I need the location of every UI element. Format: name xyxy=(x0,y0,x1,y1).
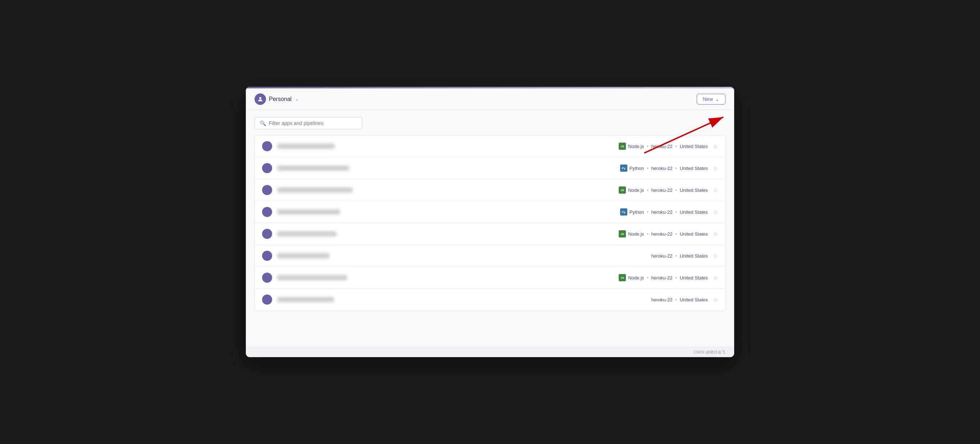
header-left: Personal ⌄ xyxy=(255,94,299,105)
app-name xyxy=(277,209,340,214)
app-meta: heroku-22 • United States ☆ xyxy=(651,297,718,303)
search-icon: 🔍 xyxy=(260,121,266,126)
stack-label: heroku-22 xyxy=(651,275,673,281)
app-status-dot xyxy=(262,229,272,239)
new-button[interactable]: New ⌄ xyxy=(697,94,725,105)
app-meta: JS Node.js • heroku-22 • United States ☆ xyxy=(619,230,718,238)
app-meta: JS Node.js • heroku-22 • United States ☆ xyxy=(619,274,718,281)
app-status-dot xyxy=(262,295,272,304)
new-button-label: New xyxy=(703,96,713,102)
nodejs-icon: JS xyxy=(619,143,626,150)
stack-label: heroku-22 xyxy=(651,166,673,171)
favorite-star-icon[interactable]: ☆ xyxy=(713,231,718,238)
new-button-chevron-icon: ⌄ xyxy=(715,96,719,102)
app-meta: heroku-22 • United States ☆ xyxy=(651,252,718,259)
favorite-star-icon[interactable]: ☆ xyxy=(713,209,718,216)
region-label: United States xyxy=(680,275,708,281)
avatar xyxy=(255,94,266,105)
app-name xyxy=(277,166,349,171)
stack-label: heroku-22 xyxy=(651,144,673,149)
table-row: heroku-22 • United States ☆ xyxy=(255,245,725,267)
table-row: JS Node.js • heroku-22 • United States ☆ xyxy=(255,267,725,289)
app-name xyxy=(277,232,336,236)
app-left xyxy=(262,295,334,304)
app-left xyxy=(262,163,349,173)
tech-label: Node.js xyxy=(628,275,644,281)
footer: CSDN @晓仔会飞 xyxy=(246,347,734,357)
stack-label: heroku-22 xyxy=(651,253,673,258)
app-name xyxy=(277,144,335,149)
stack-label: heroku-22 xyxy=(651,232,673,237)
favorite-star-icon[interactable]: ☆ xyxy=(713,143,718,150)
tech-label: Node.js xyxy=(628,144,644,149)
favorite-star-icon[interactable]: ☆ xyxy=(713,274,718,281)
tech-label: Python xyxy=(630,209,644,215)
app-left xyxy=(262,251,329,261)
favorite-star-icon[interactable]: ☆ xyxy=(713,252,718,259)
tech-label: Node.js xyxy=(628,232,644,237)
app-status-dot xyxy=(262,163,272,173)
app-status-dot xyxy=(262,273,272,283)
region-label: United States xyxy=(680,209,708,215)
app-name xyxy=(277,275,347,280)
favorite-star-icon[interactable]: ☆ xyxy=(713,187,718,193)
app-meta: JS Node.js • heroku-22 • United States ☆ xyxy=(619,186,718,193)
stack-label: heroku-22 xyxy=(651,209,673,215)
stack-label: heroku-22 xyxy=(651,297,673,303)
app-name xyxy=(277,297,334,302)
table-row: heroku-22 • United States ☆ xyxy=(255,289,725,310)
python-icon: Py xyxy=(620,165,627,172)
table-row: JS Node.js • heroku-22 • United States ☆ xyxy=(255,135,725,157)
region-label: United States xyxy=(680,232,708,237)
account-name: Personal xyxy=(269,96,291,102)
browser-window: Personal ⌄ New ⌄ 🔍 xyxy=(245,87,735,357)
app-left xyxy=(262,273,347,283)
app-left xyxy=(262,229,336,239)
favorite-star-icon[interactable]: ☆ xyxy=(713,297,718,303)
favorite-star-icon[interactable]: ☆ xyxy=(713,165,718,172)
region-label: United States xyxy=(680,144,708,149)
app-status-dot xyxy=(262,251,272,261)
app-list: JS Node.js • heroku-22 • United States ☆… xyxy=(255,135,725,311)
table-row: JS Node.js • heroku-22 • United States ☆ xyxy=(255,179,725,201)
svg-point-0 xyxy=(259,97,261,99)
region-label: United States xyxy=(680,253,708,258)
app-meta: JS Node.js • heroku-22 • United States ☆ xyxy=(619,143,718,150)
main-content: 🔍 JS Node.js • heroku-22 • United States… xyxy=(246,110,734,347)
region-label: United States xyxy=(680,166,708,171)
app-left xyxy=(262,207,340,217)
nodejs-icon: JS xyxy=(619,230,626,238)
account-chevron-icon[interactable]: ⌄ xyxy=(295,97,299,101)
search-bar: 🔍 xyxy=(255,117,363,129)
app-name xyxy=(277,187,353,193)
table-row: JS Node.js • heroku-22 • United States ☆ xyxy=(255,223,725,245)
table-row: Py Python • heroku-22 • United States ☆ xyxy=(255,157,725,179)
app-meta: Py Python • heroku-22 • United States ☆ xyxy=(620,208,718,216)
app-meta: Py Python • heroku-22 • United States ☆ xyxy=(620,165,718,172)
footer-attribution: CSDN @晓仔会飞 xyxy=(694,350,725,354)
app-status-dot xyxy=(262,141,272,151)
app-name xyxy=(277,253,329,258)
nodejs-icon: JS xyxy=(619,274,626,281)
stack-label: heroku-22 xyxy=(651,187,673,193)
tech-label: Python xyxy=(630,166,644,171)
header: Personal ⌄ New ⌄ xyxy=(246,88,734,110)
tech-label: Node.js xyxy=(628,187,644,193)
region-label: United States xyxy=(680,187,708,193)
python-icon: Py xyxy=(620,208,627,216)
nodejs-icon: JS xyxy=(619,186,626,193)
app-status-dot xyxy=(262,185,272,195)
search-input[interactable] xyxy=(269,121,357,126)
app-status-dot xyxy=(262,207,272,217)
app-left xyxy=(262,141,335,151)
app-left xyxy=(262,185,353,195)
table-row: Py Python • heroku-22 • United States ☆ xyxy=(255,201,725,223)
region-label: United States xyxy=(680,297,708,303)
